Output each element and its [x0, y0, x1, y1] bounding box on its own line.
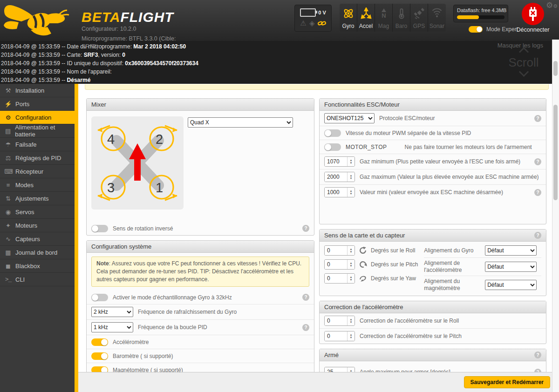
- servo-icon: ◉: [4, 209, 12, 216]
- min-throttle-input[interactable]: [325, 157, 347, 166]
- spinner[interactable]: ▲▼: [347, 316, 354, 325]
- yaw-degrees-input[interactable]: [325, 274, 347, 283]
- scroll-indicator[interactable]: Scroll: [502, 47, 545, 80]
- sidebar-item-motors[interactable]: ✦Moteurs: [0, 219, 75, 232]
- spinner[interactable]: ▲▼: [347, 172, 354, 182]
- mag-alignment-select[interactable]: Défaut: [485, 280, 537, 290]
- plug-icon: ⚡: [4, 101, 12, 108]
- yaw-rotation-icon: [358, 274, 368, 283]
- sonar-icon: [431, 7, 443, 20]
- help-icon[interactable]: ?: [534, 351, 541, 358]
- mag-alignment-row: Alignement du magnétomètre Défaut: [424, 276, 541, 294]
- battery-icon: ▤: [4, 128, 12, 135]
- dataflash-indicator: Dataflash: free 4.3MB: [453, 5, 508, 22]
- sidebar-item-adjustments[interactable]: ⇅Ajustements: [0, 192, 75, 205]
- sidebar-item-blackbox[interactable]: ◼Blackbox: [0, 259, 75, 273]
- gyro-frequency-select[interactable]: 2 kHz: [91, 307, 133, 317]
- spinner[interactable]: ▲▼: [347, 274, 354, 283]
- spinner[interactable]: ▲▼: [347, 260, 354, 269]
- sensor-mag[interactable]: N Mag: [375, 4, 393, 32]
- sidebar-item-logbook[interactable]: ▦Journal de bord: [0, 246, 75, 259]
- spinner[interactable]: ▲▼: [347, 188, 354, 197]
- pitch-degrees-row: ▲▼ Degrés sur le Pitch: [324, 257, 424, 271]
- accel-trim-pitch-row: ▲▼ Correction de l'accéléromètre sur le …: [320, 329, 546, 344]
- sidebar-item-installation[interactable]: ⚒Installation: [0, 84, 75, 97]
- accel-trim-roll-row: ▲▼ Correction de l'accéléromètre sur le …: [320, 313, 546, 329]
- roll-degrees-row: ▲▼ Degrés sur le Roll: [324, 243, 424, 257]
- help-icon[interactable]: ?: [302, 324, 309, 331]
- sidebar-item-modes[interactable]: ≡Modes: [0, 178, 75, 192]
- accel-trim-header: Correction de l'accéléromètre: [320, 301, 546, 313]
- sensor-gyro[interactable]: Gyro: [340, 4, 357, 32]
- app-header: BETAFLIGHT Configurateur: 10.2.0 Micropr…: [0, 0, 559, 41]
- accel-trim-pitch-input[interactable]: [325, 331, 347, 341]
- sensor-baro[interactable]: Baro: [393, 4, 410, 32]
- sidebar-item-servos[interactable]: ◉Servos: [0, 205, 75, 219]
- spinner[interactable]: ▲▼: [347, 157, 354, 166]
- log-line: 2018-04-09 @ 15:33:59 -- Nom de l'appare…: [1, 68, 552, 76]
- help-icon[interactable]: ?: [302, 225, 309, 232]
- max-throttle-input[interactable]: [325, 172, 347, 182]
- wrench-icon: ⚒: [4, 87, 12, 94]
- settings-icon[interactable]: ⚙⚙: [546, 0, 558, 10]
- reversed-motor-toggle[interactable]: [91, 225, 108, 232]
- sidebar-item-power-battery[interactable]: ▤Alimentation et batterie: [0, 124, 75, 138]
- accel-trim-roll-input[interactable]: [325, 316, 347, 325]
- roll-degrees-input[interactable]: [325, 246, 347, 255]
- sensor-sonar[interactable]: Sonar: [428, 4, 446, 32]
- spinner[interactable]: ▲▼: [347, 246, 354, 255]
- roll-rotation-icon: [359, 246, 367, 255]
- modes-icon: ≡: [4, 182, 12, 189]
- gyro-32khz-toggle[interactable]: [91, 294, 108, 301]
- parachute-icon: ☂: [4, 141, 12, 148]
- min-command-input[interactable]: [325, 188, 347, 197]
- esc-protocol-select[interactable]: ONESHOT125: [324, 113, 375, 123]
- receiver-icon: ⌨: [4, 168, 12, 175]
- terminal-icon: >_: [4, 276, 12, 283]
- gps-icon: [413, 7, 425, 20]
- help-icon[interactable]: ?: [534, 115, 541, 122]
- sidebar-item-configuration[interactable]: ⚙Configuration: [0, 111, 75, 124]
- pid-frequency-select[interactable]: 1 kHz: [91, 322, 133, 332]
- failsafe-icon: ◈: [309, 19, 315, 27]
- pwm-separate-toggle[interactable]: [324, 129, 341, 137]
- accelerometer-toggle[interactable]: [91, 338, 108, 346]
- motor-number: 2: [156, 132, 163, 147]
- sidebar-item-failsafe[interactable]: ☂Failsafe: [0, 138, 75, 151]
- help-icon[interactable]: ?: [302, 294, 309, 301]
- spinner[interactable]: ▲▼: [347, 331, 354, 341]
- sidebar-item-cli[interactable]: >_CLI: [0, 273, 75, 286]
- sidebar-item-pid-tuning[interactable]: ⚖Réglages de PID: [0, 151, 75, 165]
- scrollbar[interactable]: [552, 40, 559, 392]
- expert-mode-toggle[interactable]: [469, 26, 483, 33]
- help-icon[interactable]: ?: [534, 189, 541, 196]
- mixer-type-select[interactable]: Quad X: [188, 117, 293, 128]
- scrollbar-thumb[interactable]: [553, 105, 558, 200]
- dataflash-label: Dataflash: free 4.3MB: [457, 7, 504, 13]
- arming-header: Armé ?: [320, 349, 546, 361]
- accelerometer-row: Accéléromètre: [87, 335, 314, 349]
- barometer-toggle[interactable]: [91, 352, 108, 360]
- accel-alignment-select[interactable]: Défaut: [485, 262, 537, 272]
- gyro-alignment-row: Alignement du Gyro Défaut: [424, 243, 541, 257]
- sidebar-item-ports[interactable]: ⚡Ports: [0, 97, 75, 111]
- accel-icon: [360, 7, 372, 20]
- link-icon: [318, 20, 326, 27]
- system-config-panel: Configuration système Note: Assurez vous…: [86, 240, 314, 377]
- pitch-degrees-input[interactable]: [325, 260, 347, 269]
- tuning-icon: ⚖: [4, 155, 12, 162]
- gyro-alignment-select[interactable]: Défaut: [485, 245, 537, 256]
- help-icon[interactable]: ?: [534, 158, 541, 165]
- scrollbar-thumb[interactable]: [553, 61, 558, 76]
- app-title: BETAFLIGHT: [82, 11, 188, 23]
- motor-stop-toggle[interactable]: [324, 143, 341, 151]
- sidebar-item-receiver[interactable]: ⌨Récepteur: [0, 165, 75, 178]
- save-reboot-button[interactable]: Sauvegarder et Redémarrer: [464, 376, 550, 388]
- sensor-gps[interactable]: GPS: [410, 4, 428, 32]
- sidebar-item-sensors[interactable]: ∿Capteurs: [0, 232, 75, 246]
- min-command-row: ▲▼ Valeur mini (valeur envoyée aux ESC m…: [320, 185, 546, 200]
- sensor-accel[interactable]: Accel: [357, 4, 375, 32]
- pitch-rotation-icon: [357, 259, 368, 270]
- help-icon[interactable]: ?: [534, 232, 541, 239]
- blackbox-icon: ◼: [4, 263, 12, 270]
